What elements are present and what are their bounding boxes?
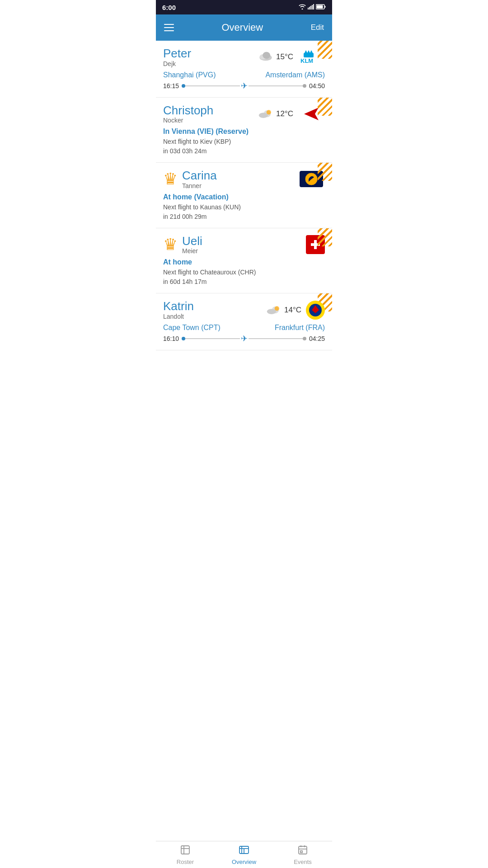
next-flight-christoph: Next flight to Kiev (KBP) in 03d 03h 24m bbox=[163, 137, 325, 156]
card-katrin[interactable]: Katrin Landolt 14°C bbox=[156, 293, 332, 350]
arrive-time-katrin: 04:25 bbox=[309, 335, 325, 342]
svg-rect-14 bbox=[304, 53, 314, 57]
status-text-ueli: At home bbox=[163, 258, 325, 266]
flight-row-peter: Shanghai (PVG) Amsterdam (AMS) bbox=[163, 71, 325, 79]
person-code-peter: Dejk bbox=[163, 60, 191, 67]
flight-dest-katrin: Frankfurt (FRA) bbox=[275, 324, 325, 332]
person-row-katrin: Katrin Landolt 14°C bbox=[163, 300, 325, 320]
person-code-carina: Tanner bbox=[182, 182, 217, 189]
person-name-katrin: Katrin bbox=[163, 300, 194, 313]
arrive-time-peter: 04:50 bbox=[309, 82, 325, 90]
svg-rect-1 bbox=[309, 7, 310, 9]
svg-marker-11 bbox=[305, 50, 307, 53]
person-name-carina: Carina bbox=[182, 169, 217, 182]
card-carina[interactable]: ♛ Carina Tanner At home (Vacation) bbox=[156, 163, 332, 228]
edit-button[interactable]: Edit bbox=[311, 23, 324, 32]
wifi-icon bbox=[299, 4, 306, 11]
signal-icon bbox=[308, 4, 314, 11]
svg-rect-4 bbox=[313, 4, 314, 9]
top-nav: Overview Edit bbox=[156, 14, 332, 41]
person-row-carina: ♛ Carina Tanner bbox=[163, 169, 325, 189]
card-ueli[interactable]: ♛ Ueli Meier At home Next flight to bbox=[156, 228, 332, 294]
svg-point-17 bbox=[259, 113, 268, 118]
weather-temp-christoph: 12°C bbox=[276, 109, 293, 118]
svg-rect-7 bbox=[325, 6, 326, 8]
person-row-christoph: Christoph Nocker 12°C bbox=[163, 104, 325, 124]
status-christoph: In Vienna (VIE) (Reserve) Next flight to… bbox=[163, 127, 325, 156]
crew-list: Peter Dejk 15°C bbox=[156, 41, 332, 382]
svg-rect-6 bbox=[317, 5, 323, 8]
plane-icon-katrin: ✈ bbox=[241, 334, 248, 344]
plane-icon-peter: ✈ bbox=[241, 81, 248, 91]
weather-peter: 15°C bbox=[258, 51, 293, 63]
corner-stripe-ueli bbox=[318, 228, 332, 257]
status-text-carina: At home (Vacation) bbox=[163, 193, 325, 201]
svg-point-18 bbox=[267, 110, 271, 114]
svg-marker-13 bbox=[310, 50, 313, 53]
depart-time-katrin: 16:10 bbox=[163, 335, 179, 342]
flight-row-katrin: Cape Town (CPT) Frankfurt (FRA) bbox=[163, 324, 325, 332]
svg-marker-12 bbox=[307, 50, 310, 53]
person-name-peter: Peter bbox=[163, 47, 191, 60]
battery-icon bbox=[316, 4, 326, 11]
svg-point-25 bbox=[267, 309, 276, 314]
weather-temp-peter: 15°C bbox=[276, 52, 293, 61]
next-flight-carina: Next flight to Kaunas (KUN) in 21d 00h 2… bbox=[163, 203, 325, 222]
flight-dest-peter: Amsterdam (AMS) bbox=[265, 71, 325, 79]
status-ueli: At home Next flight to Chateauroux (CHR)… bbox=[163, 258, 325, 287]
weather-katrin: 14°C bbox=[266, 304, 301, 316]
svg-rect-3 bbox=[312, 5, 313, 9]
corner-stripe-christoph bbox=[318, 98, 332, 127]
person-code-christoph: Nocker bbox=[163, 117, 213, 124]
cloud-icon-christoph bbox=[258, 108, 273, 120]
person-name-ueli: Ueli bbox=[182, 235, 202, 248]
flight-timeline-katrin: 16:10 ✈ 04:25 bbox=[163, 334, 325, 344]
status-text-christoph: In Vienna (VIE) (Reserve) bbox=[163, 127, 325, 136]
crown-icon-carina: ♛ bbox=[163, 171, 178, 187]
flight-origin-peter: Shanghai (PVG) bbox=[163, 71, 216, 79]
corner-stripe-peter bbox=[318, 41, 332, 70]
status-bar: 6:00 bbox=[156, 0, 332, 14]
airline-logo-katrin bbox=[306, 301, 325, 320]
menu-button[interactable] bbox=[164, 24, 174, 31]
flight-origin-katrin: Cape Town (CPT) bbox=[163, 324, 221, 332]
svg-text:KLM: KLM bbox=[300, 57, 313, 64]
person-row-ueli: ♛ Ueli Meier bbox=[163, 235, 325, 255]
card-peter[interactable]: Peter Dejk 15°C bbox=[156, 41, 332, 98]
svg-point-26 bbox=[275, 306, 279, 311]
svg-rect-0 bbox=[308, 8, 309, 9]
cloud-icon-katrin bbox=[266, 304, 282, 316]
person-code-katrin: Landolt bbox=[163, 313, 194, 320]
svg-rect-2 bbox=[310, 6, 311, 9]
depart-time-peter: 16:15 bbox=[163, 82, 179, 90]
corner-stripe-carina bbox=[318, 163, 332, 192]
flight-timeline-peter: 16:15 ✈ 04:50 bbox=[163, 81, 325, 91]
svg-marker-19 bbox=[304, 108, 319, 120]
svg-point-10 bbox=[263, 52, 270, 59]
next-flight-ueli: Next flight to Chateauroux (CHR) in 60d … bbox=[163, 268, 325, 287]
crown-icon-ueli: ♛ bbox=[163, 236, 178, 253]
status-icons bbox=[299, 4, 326, 11]
page-title: Overview bbox=[222, 22, 263, 33]
weather-temp-katrin: 14°C bbox=[284, 306, 301, 315]
status-time: 6:00 bbox=[162, 4, 176, 11]
status-carina: At home (Vacation) Next flight to Kaunas… bbox=[163, 193, 325, 222]
cloud-icon-peter bbox=[258, 51, 273, 63]
svg-rect-23 bbox=[314, 240, 317, 249]
person-row-peter: Peter Dejk 15°C bbox=[163, 47, 325, 67]
card-christoph[interactable]: Christoph Nocker 12°C bbox=[156, 98, 332, 163]
person-name-christoph: Christoph bbox=[163, 104, 213, 117]
weather-christoph: 12°C bbox=[258, 108, 293, 120]
person-code-ueli: Meier bbox=[182, 247, 202, 255]
